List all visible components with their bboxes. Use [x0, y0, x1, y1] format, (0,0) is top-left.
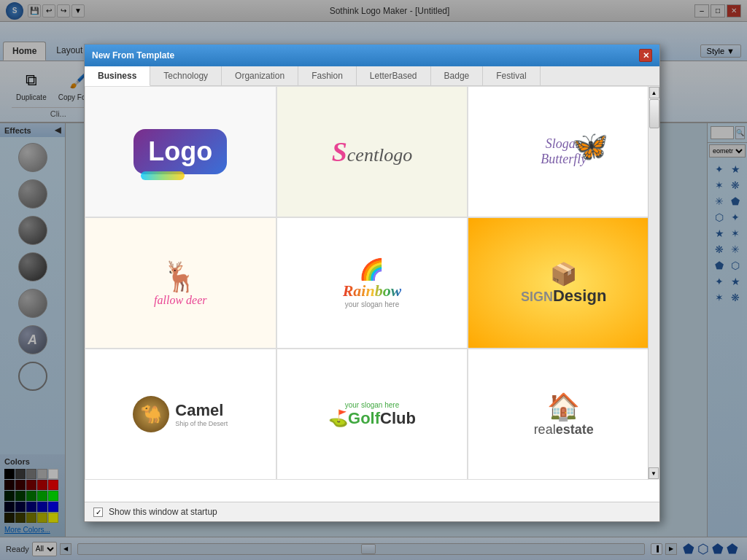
template-butterfly[interactable]: SloganButterfly 🦋	[468, 86, 659, 217]
template-realestate[interactable]: 🏠 realestate	[468, 349, 659, 480]
template-logo[interactable]: Logo	[85, 86, 276, 217]
tab-letterbased[interactable]: LetterBased	[357, 66, 431, 85]
tab-technology[interactable]: Technology	[150, 66, 222, 85]
template-rainbow[interactable]: 🌈 Rainbow your slogan here	[276, 217, 468, 349]
startup-label: Show this window at startup	[109, 507, 217, 517]
tab-organization[interactable]: Organization	[222, 66, 298, 85]
startup-checkbox[interactable]: ✓	[93, 508, 103, 517]
modal-scrollbar-thumb	[649, 99, 659, 128]
tab-festival[interactable]: Festival	[483, 66, 540, 85]
scroll-up-arrow[interactable]: ▲	[649, 87, 659, 98]
modal-body: Logo Scentlogo SloganButterfly 🦋	[85, 86, 659, 502]
template-scentlogo[interactable]: Scentlogo	[276, 86, 468, 217]
modal-title-bar: New From Template ✕	[85, 44, 659, 66]
modal-overlay: New From Template ✕ Business Technology …	[0, 0, 747, 560]
template-golf-club[interactable]: your slogan here ⛳GolfClub	[276, 349, 468, 480]
tab-business[interactable]: Business	[85, 66, 150, 86]
modal-title: New From Template	[92, 50, 174, 61]
new-from-template-dialog: New From Template ✕ Business Technology …	[84, 44, 660, 522]
modal-close-button[interactable]: ✕	[639, 49, 652, 62]
modal-tabs: Business Technology Organization Fashion…	[85, 66, 659, 86]
template-grid: Logo Scentlogo SloganButterfly 🦋	[85, 86, 659, 480]
scroll-down-arrow[interactable]: ▼	[649, 467, 659, 479]
template-camel[interactable]: 🐪 Camel Ship of the Desert	[85, 349, 276, 480]
template-sign-design[interactable]: 📦 SIGNDesign	[468, 217, 659, 349]
template-fallow-deer[interactable]: 🦌 fallow deer	[85, 217, 276, 349]
tab-badge[interactable]: Badge	[431, 66, 484, 85]
modal-footer: ✓ Show this window at startup	[85, 502, 659, 521]
tab-fashion[interactable]: Fashion	[298, 66, 357, 85]
modal-scrollbar[interactable]: ▲ ▼	[648, 86, 659, 480]
